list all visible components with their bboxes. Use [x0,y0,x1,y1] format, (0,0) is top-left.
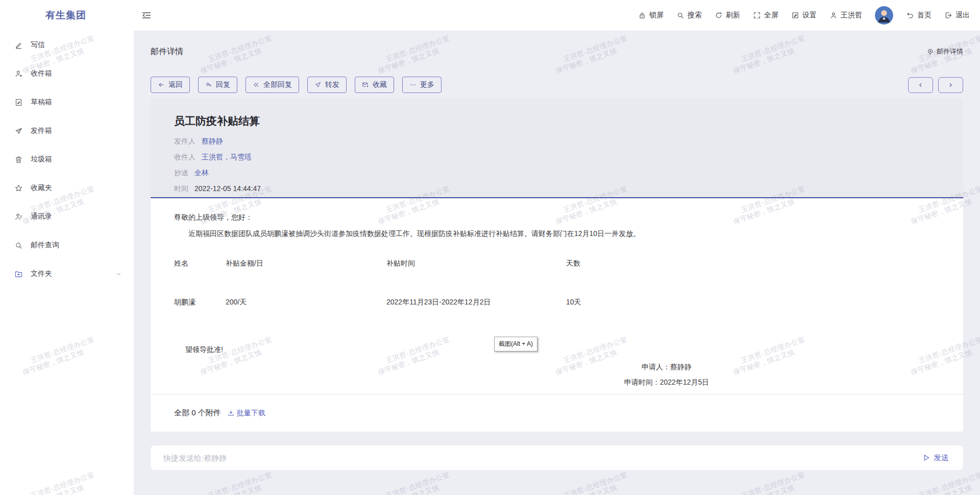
to-value[interactable]: 王洪哲，马雪瑶 [202,153,252,161]
screenshot-tooltip: 截图(Alt + A) [494,337,537,351]
table-header: 补贴时间 [386,259,566,268]
sidebar-item-sent[interactable]: 发件箱 [0,116,134,145]
contacts-icon [14,213,23,221]
sidebar-item-label: 发件箱 [31,126,52,135]
star-icon [14,184,23,193]
inbox-icon [14,69,23,78]
mail-star-icon [362,81,369,88]
sidebar-item-trash[interactable]: 垃圾箱 [0,145,134,174]
back-label: 返回 [168,80,183,89]
mail-meta: 发件人蔡静静 收件人王洪哲，马雪瑶 抄送全林 时间2022-12-05 14:4… [174,133,940,197]
page-title: 邮件详情 [151,46,183,57]
more-button[interactable]: 更多 [402,77,442,93]
sidebar-item-mail-search[interactable]: 邮件查询 [0,231,134,260]
mail-time-row: 时间2022-12-05 14:44:47 [174,181,940,197]
header-actions: 锁屏 搜索 刷新 [638,0,970,31]
table-header: 天数 [566,259,940,268]
mail-header: 员工防疫补贴结算 发件人蔡静静 收件人王洪哲，马雪瑶 抄送全林 时间2022-1… [151,98,963,197]
home-undo-icon [906,11,914,19]
applicant-name: 申请人：蔡静静 [565,363,769,371]
cc-value[interactable]: 全林 [194,169,209,177]
forward-button[interactable]: 转发 [307,77,347,93]
mail-greeting: 尊敬的上级领导，您好： [174,213,253,222]
from-value[interactable]: 蔡静静 [202,137,223,145]
search-icon [676,11,684,19]
send-triangle-icon [922,454,930,462]
location-pin-icon [926,48,934,56]
folder-plus-icon [14,270,23,278]
user-menu[interactable]: 王洪哲 [829,11,862,20]
chevron-right-icon [947,82,954,88]
mail-to-row: 收件人王洪哲，马雪瑶 [174,149,940,165]
prev-mail-button[interactable] [908,77,933,93]
sidebar-item-label: 收件箱 [31,69,52,78]
user-icon [829,11,838,19]
logout-icon [944,11,952,19]
main-content: 邮件详情 邮件详情 返回 [134,31,980,495]
reply-label: 回复 [216,80,230,89]
lock-icon [638,11,646,19]
reply-icon [205,81,212,88]
home-button[interactable]: 首页 [906,11,932,20]
sidebar: 写信 收件箱 草稿箱 发件箱 [0,31,134,495]
fullscreen-button[interactable]: 全屏 [753,11,778,20]
sidebar-item-label: 邮件查询 [31,241,59,250]
download-icon [227,409,235,417]
top-header: 有生集团 锁屏 搜索 [0,0,980,31]
mail-toolbar: 返回 回复 全部回复 [151,77,963,93]
refresh-button[interactable]: 刷新 [715,11,740,20]
batch-download-button[interactable]: 批量下载 [227,409,265,418]
lock-screen-label: 锁屏 [649,11,664,20]
sent-icon [14,127,23,135]
home-label: 首页 [917,11,932,20]
settings-edit-icon [791,11,799,19]
settings-button[interactable]: 设置 [791,11,817,20]
sidebar-item-folders[interactable]: 文件夹 [0,260,134,288]
quick-send-bar: 发送 [151,445,963,470]
app-window: 有生集团 锁屏 搜索 [0,0,980,495]
send-button[interactable]: 发送 [922,453,963,463]
applicant-block: 申请人：蔡静静 申请时间：2022年12月5日 [565,363,769,393]
user-name: 王洪哲 [841,11,862,20]
breadcrumb-label: 邮件详情 [937,47,963,56]
send-label: 发送 [934,453,949,463]
more-label: 更多 [420,80,434,89]
mail-cc-row: 抄送全林 [174,165,940,181]
menu-fold-icon[interactable] [141,10,152,21]
lock-screen-button[interactable]: 锁屏 [638,11,664,20]
sidebar-item-favorites[interactable]: 收藏夹 [0,174,134,202]
sidebar-item-drafts[interactable]: 草稿箱 [0,88,134,116]
mail-detail-card: 员工防疫补贴结算 发件人蔡静静 收件人王洪哲，马雪瑶 抄送全林 时间2022-1… [151,98,963,432]
mail-search-icon [14,241,23,250]
sidebar-item-compose[interactable]: 写信 [0,31,134,59]
chevron-down-icon[interactable] [115,271,122,277]
search-button[interactable]: 搜索 [676,11,702,20]
back-button[interactable]: 返回 [151,77,190,93]
quick-send-input[interactable] [151,454,922,462]
reply-all-label: 全部回复 [263,80,292,89]
reply-button[interactable]: 回复 [198,77,237,93]
logout-label: 退出 [955,11,970,20]
reply-all-icon [253,81,260,88]
from-label: 发件人 [174,137,195,145]
sidebar-item-inbox[interactable]: 收件箱 [0,59,134,88]
table-header: 补贴金额/日 [226,259,386,268]
table-header: 姓名 [174,259,226,268]
table-cell: 10天 [566,298,940,307]
drafts-icon [14,98,23,107]
table-cell: 200/天 [226,298,386,307]
mail-pager [908,77,963,93]
next-mail-button[interactable] [938,77,963,93]
user-avatar[interactable] [875,6,893,25]
favorite-button[interactable]: 收藏 [355,77,394,93]
fullscreen-label: 全屏 [764,11,778,20]
brand-logo: 有生集团 [45,0,86,31]
reply-all-button[interactable]: 全部回复 [246,77,299,93]
arrow-left-icon [158,81,165,88]
mail-from-row: 发件人蔡静静 [174,133,940,149]
refresh-label: 刷新 [726,11,740,20]
sidebar-item-contacts[interactable]: 通讯录 [0,202,134,231]
logout-button[interactable]: 退出 [944,11,970,20]
subsidy-table: 姓名 补贴金额/日 补贴时间 天数 胡鹏濠 200/天 2022年11月23日-… [174,259,940,307]
table-cell: 2022年11月23日-2022年12月2日 [386,298,566,307]
